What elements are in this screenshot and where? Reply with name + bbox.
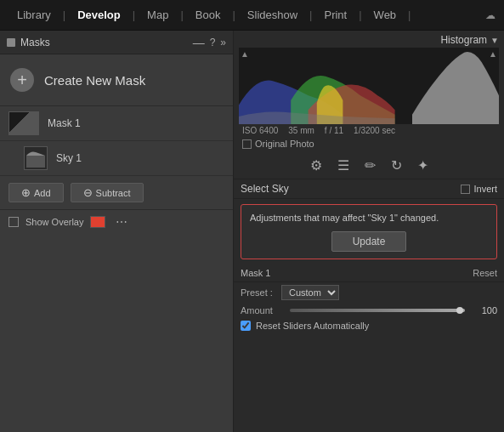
nav-div-6: | [359,9,361,21]
histogram-svg [239,48,499,124]
mask-settings-label: Mask 1 [241,268,270,278]
gradient-icon[interactable]: ✦ [417,157,428,173]
reset-sliders-label: Reset Sliders Automatically [256,321,369,331]
mask1-thumb-inner [9,112,38,134]
amount-label: Amount [241,305,283,315]
sliders-icon[interactable]: ⚙ [310,157,322,173]
overlay-more-icon[interactable]: ⋯ [116,215,127,229]
nav-web[interactable]: Web [365,5,405,25]
histogram-meta: ISO 6400 35 mm f / 11 1/3200 sec [239,124,499,137]
create-new-mask-button[interactable]: + Create New Mask [0,54,233,106]
reset-sliders-checkbox[interactable] [241,321,251,331]
nav-div-3: | [180,9,183,21]
focal-value: 35 mm [288,126,314,135]
preset-label: Preset : [241,287,275,298]
nav-develop[interactable]: Develop [69,5,129,25]
sky1-item[interactable]: Sky 1 [0,141,233,176]
add-button[interactable]: ⊕ Add [8,183,64,202]
nav-div-7: | [408,9,411,21]
histogram-title: Histogram [440,34,487,46]
top-nav: Library | Develop | Map | Book | Slidesh… [0,0,504,31]
sky1-thumb-svg [26,149,45,168]
nav-div-1: | [63,9,65,21]
right-panel: Histogram ▼ ▲ ▲ [234,31,504,432]
subtract-icon: ⊖ [83,186,93,199]
nav-slideshow[interactable]: Slideshow [239,5,306,25]
masks-header-icon [7,38,15,47]
reset-sliders-row: Reset Sliders Automatically [234,318,504,333]
mask1-name: Mask 1 [48,117,81,129]
nav-div-2: | [133,9,135,21]
hist-right-arrow[interactable]: ▲ [489,49,497,59]
sky1-name: Sky 1 [56,152,82,164]
amount-row: Amount 100 [234,303,504,318]
mask1-thumbnail [8,111,39,135]
iso-value: ISO 6400 [242,126,278,135]
aperture-value: f / 11 [325,126,343,135]
radial-icon[interactable]: ↻ [391,157,402,173]
mask-actions: ⊕ Add ⊖ Subtract [0,176,233,210]
show-overlay-label: Show Overlay [25,217,83,227]
alert-message: Adjustments that may affect "Sky 1" chan… [250,212,488,225]
original-photo-row: Original Photo [239,137,499,151]
masks-expand-icon[interactable]: » [220,37,226,48]
nav-div-5: | [309,9,312,21]
subtract-label: Subtract [96,188,131,198]
reset-label[interactable]: Reset [473,268,497,278]
nav-print[interactable]: Print [315,5,355,25]
brush-icon[interactable]: ✏ [365,157,376,173]
masks-title: Masks [20,37,188,48]
preset-select[interactable]: Custom [281,285,339,300]
main-layout: Masks — ? » + Create New Mask Mask 1 [0,31,504,432]
cloud-icon[interactable]: ☁ [485,9,496,21]
nav-book[interactable]: Book [187,5,229,25]
overlay-color-swatch[interactable] [90,216,105,228]
alert-box: Adjustments that may affect "Sky 1" chan… [241,204,497,259]
invert-label: Invert [473,184,497,194]
svg-rect-0 [26,156,45,168]
nav-map[interactable]: Map [139,5,177,25]
histogram-canvas: ▲ ▲ [239,48,499,124]
select-sky-label: Select Sky [241,183,461,195]
shutter-value: 1/3200 sec [354,126,395,135]
amount-value: 100 [472,305,497,315]
invert-checkbox[interactable] [461,185,470,194]
histogram-header: Histogram ▼ [239,34,499,46]
select-sky-row: Select Sky Invert [234,179,504,199]
amount-thumb [456,307,463,314]
histogram-dropdown-icon[interactable]: ▼ [490,36,499,45]
add-icon: ⊕ [21,186,31,199]
masks-header: Masks — ? » [0,31,233,54]
histogram-area: Histogram ▼ ▲ ▲ [234,31,504,152]
update-button[interactable]: Update [331,231,407,252]
subtract-button[interactable]: ⊖ Subtract [71,183,144,202]
hist-left-arrow[interactable]: ▲ [241,49,249,59]
masks-panel: Masks — ? » + Create New Mask Mask 1 [0,31,234,432]
transform-icon[interactable]: ☰ [337,157,349,173]
nav-library[interactable]: Library [8,5,59,25]
original-photo-label: Original Photo [255,139,314,149]
show-overlay-row: Show Overlay ⋯ [0,210,233,234]
create-mask-plus-icon: + [10,68,34,92]
mask1-item[interactable]: Mask 1 [0,106,233,141]
masks-help-icon[interactable]: ? [210,37,216,48]
nav-div-4: | [232,9,235,21]
histogram-arrows: ▲ ▲ [241,49,497,59]
original-photo-checkbox[interactable] [242,139,252,149]
show-overlay-checkbox[interactable] [8,217,19,227]
masks-minimize-icon[interactable]: — [193,37,205,48]
add-label: Add [34,188,51,198]
sky1-thumbnail [24,146,48,170]
invert-check-group: Invert [461,184,497,194]
create-mask-label: Create New Mask [44,73,145,88]
amount-slider[interactable] [290,309,465,312]
mask-reset-row: Mask 1 Reset [234,264,504,282]
masks-header-actions: — ? » [193,37,226,48]
tool-icons-row: ⚙ ☰ ✏ ↻ ✦ [234,152,504,179]
preset-row: Preset : Custom [234,282,504,303]
